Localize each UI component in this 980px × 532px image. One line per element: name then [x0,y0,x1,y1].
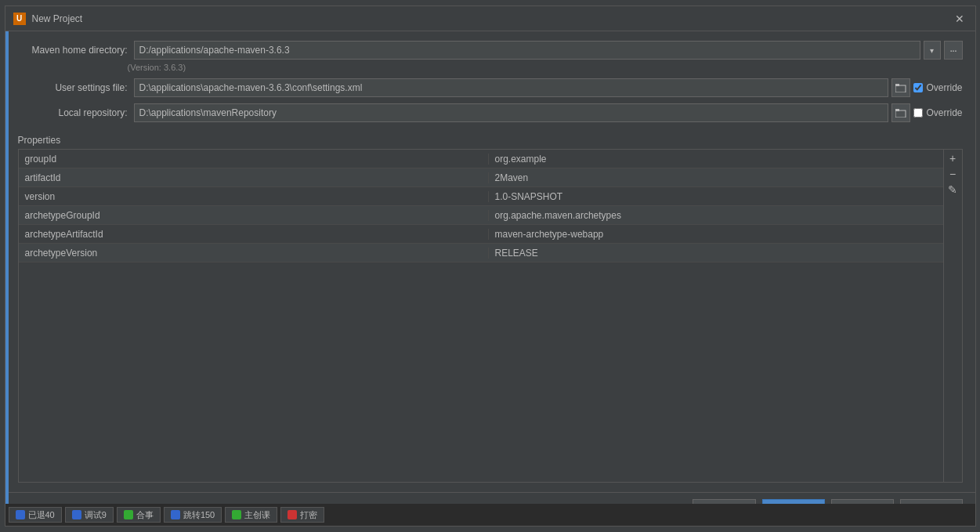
svg-rect-3 [895,109,899,111]
new-project-dialog: U New Project ✕ Maven home directory: ▾ … [5,5,976,527]
property-key: version [19,191,489,202]
user-settings-input-container: Override [134,78,963,97]
properties-header: Properties [18,132,963,149]
version-label: (Version: 3.6.3) [18,63,963,72]
property-value: org.apache.maven.archetypes [489,210,943,221]
property-value: 1.0-SNAPSHOT [489,191,943,202]
edit-property-button[interactable]: ✎ [946,183,960,197]
local-repo-input-container: Override [134,103,963,122]
local-repo-row: Local repository: Override [18,103,963,122]
user-settings-label: User settings file: [18,82,128,93]
taskbar-item-label: 调试9 [85,509,107,521]
remove-property-button[interactable]: − [946,167,960,181]
properties-sidebar: + − ✎ [943,150,962,482]
property-key: groupId [19,154,489,165]
property-key: archetypeArtifactId [19,229,489,240]
taskbar-item[interactable]: 主创课 [225,507,277,523]
maven-home-dropdown-button[interactable]: ▾ [924,41,941,60]
title-bar: U New Project ✕ [5,6,975,31]
taskbar-item[interactable]: 跳转150 [164,507,222,523]
local-repo-label: Local repository: [18,107,128,118]
taskbar-item-icon [16,510,25,519]
property-key: archetypeGroupId [19,210,489,221]
table-row[interactable]: artifactId 2Maven [19,168,943,187]
properties-table: groupId org.example artifactId 2Maven ve… [19,150,943,482]
taskbar-item[interactable]: 已退40 [9,507,62,523]
table-row[interactable]: version 1.0-SNAPSHOT [19,187,943,206]
property-value: 2Maven [489,172,943,183]
svg-rect-0 [895,85,906,92]
taskbar-item-icon [72,510,81,519]
local-repo-override-label: Override [926,107,962,118]
svg-rect-2 [895,110,906,118]
taskbar-item-label: 打密 [300,509,317,521]
svg-rect-1 [895,84,899,86]
user-settings-override-label: Override [926,82,962,93]
property-value: maven-archetype-webapp [489,229,943,240]
table-row[interactable]: groupId org.example [19,150,943,168]
user-settings-browse-button[interactable] [891,78,910,97]
property-value: org.example [489,154,943,165]
dialog-content: Maven home directory: ▾ ··· (Version: 3.… [5,31,975,492]
maven-home-browse-button[interactable]: ··· [944,41,963,60]
user-settings-override-container: Override [913,82,962,93]
taskbar-item-icon [171,510,180,519]
title-bar-left: U New Project [13,13,83,25]
table-row[interactable]: archetypeGroupId org.apache.maven.archet… [19,206,943,225]
local-repo-browse-button[interactable] [891,103,910,122]
local-repo-override-checkbox[interactable] [913,108,923,118]
left-accent-stripe [5,31,9,504]
table-row[interactable]: archetypeArtifactId maven-archetype-weba… [19,225,943,244]
local-repo-input[interactable] [134,103,889,122]
app-icon: U [13,13,26,25]
taskbar-item[interactable]: 调试9 [65,507,114,523]
close-button[interactable]: ✕ [952,11,967,27]
property-key: artifactId [19,172,489,183]
maven-home-label: Maven home directory: [18,45,128,56]
taskbar-item-icon [124,510,133,519]
property-value: RELEASE [489,248,943,259]
taskbar-item-label: 已退40 [28,509,55,521]
user-settings-override-checkbox[interactable] [913,83,923,92]
properties-section: Properties groupId org.example artifactI… [18,132,963,483]
properties-table-container: groupId org.example artifactId 2Maven ve… [18,149,963,483]
taskbar-item-icon [287,510,297,519]
taskbar-item-label: 合事 [136,509,154,521]
taskbar-item-label: 跳转150 [183,509,215,521]
dialog-title: New Project [32,13,83,24]
taskbar-item[interactable]: 打密 [280,507,324,523]
taskbar-item-icon [232,510,241,519]
taskbar-item-label: 主创课 [244,509,270,521]
maven-home-row: Maven home directory: ▾ ··· [18,41,963,60]
taskbar: 已退40 调试9 合事 跳转150 主创课 打密 [5,504,975,526]
user-settings-row: User settings file: Override [18,78,963,97]
maven-home-input[interactable] [134,41,920,60]
property-key: archetypeVersion [19,248,489,259]
local-repo-override-container: Override [913,107,962,118]
table-row[interactable]: archetypeVersion RELEASE [19,244,943,262]
taskbar-item[interactable]: 合事 [117,507,161,523]
maven-home-input-container: ▾ ··· [134,41,963,60]
add-property-button[interactable]: + [946,151,960,165]
user-settings-input[interactable] [134,78,889,97]
